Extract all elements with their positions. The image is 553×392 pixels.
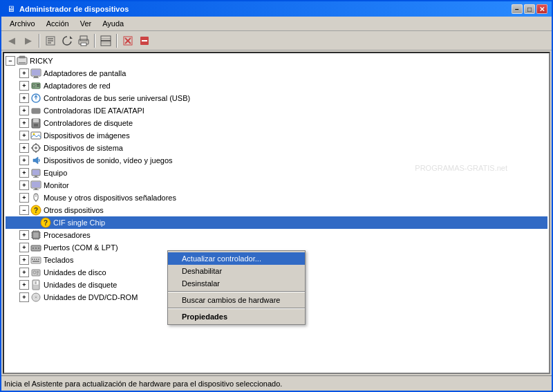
menu-accion[interactable]: Acción (41, 18, 75, 29)
menu-archivo[interactable]: Archivo (4, 18, 41, 29)
toolbar: ◀ ▶ (1, 31, 552, 50)
list-item[interactable]: + Adaptadores de pantalla (6, 67, 547, 80)
list-item[interactable]: + Controladores de disquete (6, 117, 547, 129)
minimize-button[interactable]: − (512, 4, 523, 14)
context-item-desinstalar[interactable]: Desinstalar (168, 277, 305, 290)
tree-item-label: Dispositivos de imágenes (44, 131, 130, 140)
expand-mouse[interactable]: + (19, 193, 29, 203)
list-item[interactable]: + Equipo (6, 167, 547, 179)
svg-point-52 (35, 200, 37, 202)
svg-point-91 (35, 297, 37, 298)
teclados-icon (30, 254, 41, 265)
sonido-icon (30, 155, 41, 166)
context-item-deshabilitar[interactable]: Deshabilitar (168, 265, 305, 277)
tree-item-label: Controladoras IDE ATA/ATAPI (44, 106, 144, 115)
disquete-ctrl-icon (30, 118, 41, 129)
tree-item-label: Controladores de disquete (44, 119, 133, 127)
list-item[interactable]: + Dispositivos de imágenes (6, 129, 547, 142)
svg-rect-47 (32, 182, 40, 187)
svg-point-73 (35, 248, 37, 249)
tree-root[interactable]: − RICKY (6, 55, 547, 67)
otros-icon: ? (30, 205, 41, 216)
context-separator-2 (168, 308, 305, 309)
expand-puertos[interactable]: + (19, 243, 29, 252)
expand-dvd[interactable]: + (19, 292, 29, 302)
tree-panel[interactable]: − RICKY + Adaptadores de pantalla + (4, 53, 549, 373)
list-item[interactable]: + Procesadores (6, 229, 547, 241)
tree-item-label: Adaptadores de red (44, 82, 111, 90)
close-button[interactable]: ✕ (536, 4, 547, 14)
mouse-icon (30, 192, 41, 203)
svg-rect-26 (37, 84, 39, 85)
properties-button[interactable] (43, 33, 58, 48)
window-title: Administrador de dispositivos (19, 5, 129, 13)
svg-rect-58 (33, 232, 39, 238)
ide-icon (30, 105, 41, 116)
expand-usb[interactable]: + (19, 93, 29, 103)
status-text: Inicia el Asistente para actualización d… (4, 380, 282, 388)
expand-procesadores[interactable]: + (19, 230, 29, 240)
expand-imagenes[interactable]: + (19, 131, 29, 140)
svg-rect-85 (37, 274, 38, 274)
title-bar-left: 🖥 Administrador de dispositivos (6, 3, 129, 15)
list-item[interactable]: − ? Otros dispositivos (6, 204, 547, 216)
expand-sistema[interactable]: + (19, 143, 29, 153)
svg-text:?: ? (34, 207, 38, 214)
forward-button[interactable]: ▶ (21, 33, 36, 48)
expand-otros[interactable]: − (19, 205, 29, 215)
menu-ver[interactable]: Ver (75, 18, 97, 29)
expand-disquete-unit[interactable]: + (19, 280, 29, 290)
svg-point-74 (38, 248, 39, 249)
svg-rect-48 (35, 188, 37, 189)
expand-equipo[interactable]: + (19, 168, 29, 178)
expand-adaptadores-red[interactable]: + (19, 81, 29, 91)
context-item-actualizar[interactable]: Actualizar controlador... (168, 252, 305, 265)
context-item-buscar[interactable]: Buscar cambios de hardware (168, 294, 305, 306)
list-item[interactable]: + Mouse y otros dispositivos señaladores (6, 192, 547, 204)
expand-adaptadores-pantalla[interactable]: + (19, 68, 29, 78)
update-button[interactable] (59, 33, 75, 48)
usb-icon (30, 93, 41, 104)
expand-teclados[interactable]: + (19, 255, 29, 265)
tree-item-label: Unidades de DVD/CD-ROM (44, 293, 138, 301)
svg-rect-30 (32, 109, 39, 113)
expand-ide[interactable]: + (19, 106, 29, 115)
uninstall-button[interactable] (137, 33, 152, 48)
menu-bar: Archivo Acción Ver Ayuda (1, 17, 552, 31)
root-expand[interactable]: − (6, 56, 15, 66)
list-item[interactable]: + Monitor (6, 179, 547, 192)
list-item[interactable]: + Controladoras IDE ATA/ATAPI (6, 104, 547, 117)
svg-rect-21 (34, 76, 38, 77)
imagenes-icon (30, 130, 41, 141)
tree-item-label: Puertos (COM & LPT) (44, 243, 118, 252)
dvd-icon (30, 292, 41, 303)
back-button[interactable]: ◀ (4, 33, 19, 48)
menu-ayuda[interactable]: Ayuda (97, 18, 129, 29)
tree-item-cif[interactable]: ? CIF single Chip (6, 216, 547, 229)
svg-text:?: ? (44, 219, 48, 227)
svg-rect-32 (33, 119, 39, 122)
tree-item-label: Unidades de disco (44, 268, 106, 277)
list-item[interactable]: + Controladoras de bus serie universal (… (6, 92, 547, 104)
expand-disquete-ctrl[interactable]: + (19, 118, 29, 128)
main-content: − RICKY + Adaptadores de pantalla + (3, 52, 550, 374)
maximize-button[interactable]: □ (524, 4, 535, 14)
remove-button[interactable] (120, 33, 135, 48)
print-button[interactable] (76, 33, 91, 48)
tree-item-label: Procesadores (44, 231, 91, 239)
expand-monitor[interactable]: + (19, 180, 29, 190)
svg-rect-77 (34, 259, 35, 260)
tree-item-label: Mouse y otros dispositivos señaladores (44, 194, 176, 202)
disco-icon (30, 267, 41, 278)
list-item[interactable]: + Dispositivos de sistema (6, 142, 547, 154)
svg-point-72 (32, 248, 34, 249)
expand-sonido[interactable]: + (19, 156, 29, 165)
scan-button[interactable] (98, 33, 113, 48)
context-item-propiedades[interactable]: Propiedades (168, 310, 305, 323)
title-bar: 🖥 Administrador de dispositivos − □ ✕ (1, 1, 552, 17)
expand-disco[interactable]: + (19, 268, 29, 277)
list-item[interactable]: + Adaptadores de red (6, 80, 547, 92)
tree-item-label: Adaptadores de pantalla (44, 69, 126, 77)
list-item[interactable]: + Dispositivos de sonido, vídeo y juegos (6, 154, 547, 167)
monitor-icon (30, 180, 41, 191)
